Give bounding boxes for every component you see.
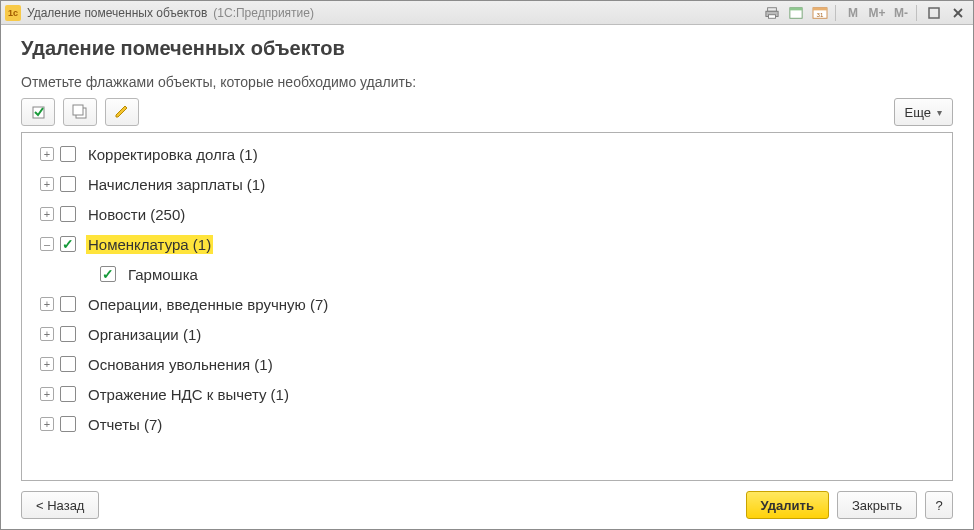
tree-node[interactable]: +Корректировка долга (1) <box>22 139 952 169</box>
checkbox[interactable] <box>60 416 76 432</box>
tree-node-label: Номенклатура (1) <box>86 235 213 254</box>
tree-node[interactable]: +Отражение НДС к вычету (1) <box>22 379 952 409</box>
checkbox[interactable] <box>60 206 76 222</box>
memory-mplus-button[interactable]: M+ <box>866 4 888 22</box>
maximize-icon[interactable] <box>923 4 945 22</box>
collapse-icon[interactable]: – <box>40 237 54 251</box>
tree-node-label: Начисления зарплаты (1) <box>86 175 267 194</box>
svg-text:31: 31 <box>817 10 824 17</box>
close-icon[interactable] <box>947 4 969 22</box>
window: 1c Удаление помеченных объектов (1С:Пред… <box>0 0 974 530</box>
expand-icon[interactable]: + <box>40 207 54 221</box>
calendar-icon[interactable] <box>785 4 807 22</box>
tree-node[interactable]: +Организации (1) <box>22 319 952 349</box>
tree-node[interactable]: –Номенклатура (1) <box>22 229 952 259</box>
back-button[interactable]: < Назад <box>21 491 99 519</box>
window-subtitle: (1С:Предприятие) <box>213 6 314 20</box>
checkbox[interactable] <box>60 236 76 252</box>
tree-node-label: Отчеты (7) <box>86 415 164 434</box>
svg-rect-2 <box>769 14 776 18</box>
tree-node[interactable]: +Основания увольнения (1) <box>22 349 952 379</box>
content: Удаление помеченных объектов Отметьте фл… <box>1 25 973 529</box>
tree-node-label: Организации (1) <box>86 325 203 344</box>
edit-button[interactable] <box>105 98 139 126</box>
check-all-button[interactable] <box>21 98 55 126</box>
titlebar: 1c Удаление помеченных объектов (1С:Пред… <box>1 1 973 25</box>
tree-node-label: Корректировка долга (1) <box>86 145 260 164</box>
expand-icon[interactable]: + <box>40 327 54 341</box>
tree-node-label: Гармошка <box>126 265 200 284</box>
expand-icon[interactable]: + <box>40 387 54 401</box>
close-button[interactable]: Закрыть <box>837 491 917 519</box>
checkbox[interactable] <box>60 326 76 342</box>
memory-mminus-button[interactable]: M- <box>890 4 912 22</box>
help-button[interactable]: ? <box>925 491 953 519</box>
tree-node[interactable]: +Отчеты (7) <box>22 409 952 439</box>
tree-node-label: Отражение НДС к вычету (1) <box>86 385 291 404</box>
checkbox[interactable] <box>60 356 76 372</box>
tree-node[interactable]: +Начисления зарплаты (1) <box>22 169 952 199</box>
expand-icon[interactable]: + <box>40 177 54 191</box>
expand-icon[interactable]: + <box>40 357 54 371</box>
print-icon[interactable] <box>761 4 783 22</box>
svg-rect-15 <box>73 105 83 115</box>
checkbox[interactable] <box>60 296 76 312</box>
svg-rect-4 <box>790 7 802 10</box>
delete-button[interactable]: Удалить <box>746 491 829 519</box>
tree-node[interactable]: +Новости (250) <box>22 199 952 229</box>
expand-icon[interactable]: + <box>40 417 54 431</box>
memory-m-button[interactable]: M <box>842 4 864 22</box>
chevron-down-icon: ▾ <box>937 107 942 118</box>
more-button[interactable]: Еще ▾ <box>894 98 953 126</box>
tree-node[interactable]: +Операции, введенные вручную (7) <box>22 289 952 319</box>
expand-icon[interactable]: + <box>40 297 54 311</box>
checkbox[interactable] <box>60 386 76 402</box>
svg-rect-10 <box>929 8 939 18</box>
window-title: Удаление помеченных объектов <box>27 6 207 20</box>
svg-rect-0 <box>768 7 777 11</box>
uncheck-all-button[interactable] <box>63 98 97 126</box>
checkbox[interactable] <box>60 146 76 162</box>
instruction-text: Отметьте флажками объекты, которые необх… <box>21 74 953 90</box>
calendar-31-icon[interactable]: 31 <box>809 4 831 22</box>
tree-node-label: Операции, введенные вручную (7) <box>86 295 330 314</box>
toolbar: Еще ▾ <box>21 98 953 126</box>
tree: +Корректировка долга (1)+Начисления зарп… <box>22 133 952 445</box>
tree-child-node[interactable]: Гармошка <box>22 259 952 289</box>
checkbox[interactable] <box>100 266 116 282</box>
checkbox[interactable] <box>60 176 76 192</box>
app-icon: 1c <box>5 5 21 21</box>
expand-icon[interactable]: + <box>40 147 54 161</box>
footer: < Назад Удалить Закрыть ? <box>21 481 953 519</box>
tree-node-label: Новости (250) <box>86 205 187 224</box>
tree-container[interactable]: +Корректировка долга (1)+Начисления зарп… <box>21 132 953 481</box>
page-title: Удаление помеченных объектов <box>21 37 953 60</box>
more-label: Еще <box>905 105 931 120</box>
tree-node-label: Основания увольнения (1) <box>86 355 275 374</box>
